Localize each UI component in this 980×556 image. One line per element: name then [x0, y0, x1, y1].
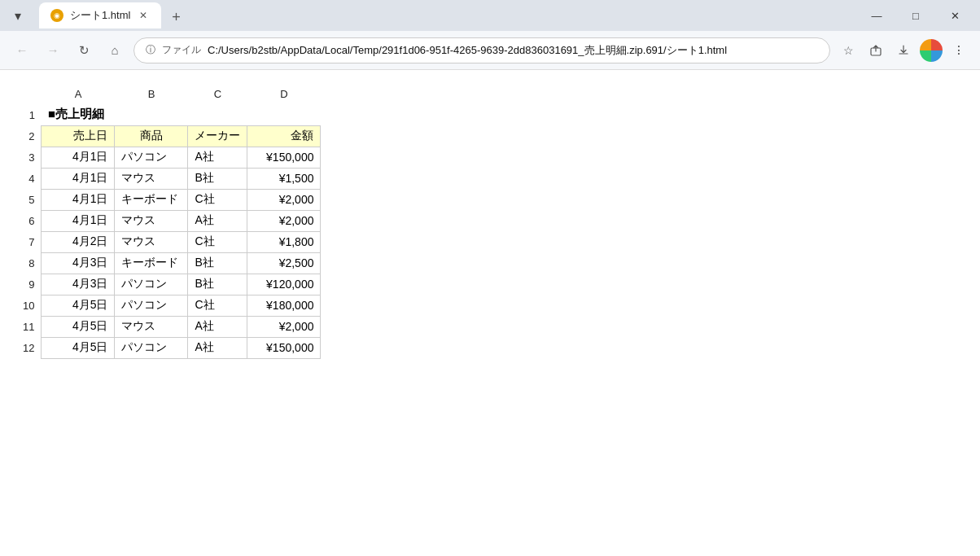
tab-bar: ◉ シート1.html ✕ + — [39, 2, 851, 28]
sheet-table: A B C D 1 ■売上明細 2 売上日 商品 メーカー 金額 — [16, 83, 321, 359]
row-num: 12 — [16, 337, 42, 358]
cell-product: キーボード — [115, 252, 188, 274]
new-tab-button[interactable]: + — [164, 6, 187, 28]
row-num: 4 — [16, 168, 42, 189]
table-row: 54月1日キーボードC社¥2,000 — [16, 189, 321, 210]
cell-date: 4月1日 — [42, 189, 115, 210]
header-maker: メーカー — [188, 125, 247, 147]
cell-amount: ¥150,000 — [247, 337, 321, 358]
menu-button[interactable]: ︙ — [947, 39, 970, 62]
cell-maker: C社 — [188, 189, 247, 210]
row-2: 2 売上日 商品 メーカー 金額 — [16, 125, 321, 147]
row-num: 7 — [16, 231, 42, 252]
row-num: 3 — [16, 147, 42, 168]
cell-date: 4月5日 — [42, 316, 115, 337]
cell-amount: ¥120,000 — [247, 274, 321, 295]
cell-date: 4月3日 — [42, 274, 115, 295]
back-button[interactable]: ← — [10, 38, 34, 63]
table-row: 94月3日パソコンB社¥120,000 — [16, 274, 321, 295]
home-button[interactable]: ⌂ — [103, 38, 127, 63]
col-d-header: D — [247, 83, 321, 104]
row-num: 9 — [16, 274, 42, 295]
cell-maker: B社 — [188, 252, 247, 274]
cell-maker: C社 — [188, 231, 247, 252]
row-1-num: 1 — [16, 104, 42, 125]
cell-amount: ¥1,800 — [247, 231, 321, 252]
col-header-row: A B C D — [16, 83, 321, 104]
cell-amount: ¥2,500 — [247, 252, 321, 274]
table-row: 64月1日マウスA社¥2,000 — [16, 210, 321, 231]
browser-menu-button[interactable]: ▾ — [7, 4, 29, 27]
address-bar: ← → ↻ ⌂ ⓘ ファイル C:/Users/b2stb/AppData/Lo… — [0, 31, 980, 70]
cell-maker: A社 — [188, 316, 247, 337]
cell-date: 4月5日 — [42, 295, 115, 316]
share-button[interactable] — [864, 39, 887, 62]
title-bar: ▾ ◉ シート1.html ✕ + — □ ✕ — [0, 0, 980, 31]
download-button[interactable] — [892, 39, 915, 62]
cell-product: パソコン — [115, 147, 188, 168]
page-content: A B C D 1 ■売上明細 2 売上日 商品 メーカー 金額 — [0, 70, 980, 556]
cell-product: パソコン — [115, 274, 188, 295]
active-tab[interactable]: ◉ シート1.html ✕ — [39, 2, 161, 28]
maximize-button[interactable]: □ — [897, 2, 934, 28]
table-row: 114月5日マウスA社¥2,000 — [16, 316, 321, 337]
cell-date: 4月2日 — [42, 231, 115, 252]
row-num: 5 — [16, 189, 42, 210]
table-row: 124月5日パソコンA社¥150,000 — [16, 337, 321, 358]
table-row: 84月3日キーボードB社¥2,500 — [16, 252, 321, 274]
col-b-header: B — [115, 83, 188, 104]
cell-maker: A社 — [188, 147, 247, 168]
cell-amount: ¥1,500 — [247, 168, 321, 189]
cell-product: パソコン — [115, 337, 188, 358]
header-date: 売上日 — [42, 125, 115, 147]
cell-date: 4月3日 — [42, 252, 115, 274]
cell-amount: ¥2,000 — [247, 189, 321, 210]
row-num: 6 — [16, 210, 42, 231]
col-header-spacer — [16, 83, 42, 104]
cell-maker: B社 — [188, 168, 247, 189]
spreadsheet: A B C D 1 ■売上明細 2 売上日 商品 メーカー 金額 — [16, 83, 964, 359]
cell-product: マウス — [115, 231, 188, 252]
cell-date: 4月1日 — [42, 147, 115, 168]
cell-amount: ¥2,000 — [247, 210, 321, 231]
profile-avatar[interactable] — [920, 39, 943, 62]
tab-title: シート1.html — [70, 8, 130, 23]
minimize-button[interactable]: — — [858, 2, 895, 28]
cell-date: 4月1日 — [42, 210, 115, 231]
row-num: 10 — [16, 295, 42, 316]
row-1: 1 ■売上明細 — [16, 104, 321, 125]
cell-maker: B社 — [188, 274, 247, 295]
table-row: 104月5日パソコンC社¥180,000 — [16, 295, 321, 316]
cell-maker: C社 — [188, 295, 247, 316]
cell-date: 4月5日 — [42, 337, 115, 358]
cell-product: マウス — [115, 168, 188, 189]
row-num: 11 — [16, 316, 42, 337]
tab-favicon: ◉ — [50, 9, 63, 22]
forward-button[interactable]: → — [41, 38, 65, 63]
header-amount: 金額 — [247, 125, 321, 147]
table-row: 44月1日マウスB社¥1,500 — [16, 168, 321, 189]
title-bar-left: ▾ — [7, 4, 29, 27]
info-icon: ⓘ — [146, 43, 155, 57]
tab-close-button[interactable]: ✕ — [137, 9, 150, 22]
table-row: 74月2日マウスC社¥1,800 — [16, 231, 321, 252]
cell-product: マウス — [115, 316, 188, 337]
address-field[interactable]: ⓘ ファイル C:/Users/b2stb/AppData/Local/Temp… — [133, 37, 830, 63]
address-actions: ☆ ︙ — [837, 39, 970, 62]
close-button[interactable]: ✕ — [936, 2, 973, 28]
bookmark-button[interactable]: ☆ — [837, 39, 860, 62]
cell-amount: ¥150,000 — [247, 147, 321, 168]
refresh-button[interactable]: ↻ — [72, 38, 96, 63]
cell-date: 4月1日 — [42, 168, 115, 189]
table-row: 34月1日パソコンA社¥150,000 — [16, 147, 321, 168]
cell-amount: ¥180,000 — [247, 295, 321, 316]
cell-product: キーボード — [115, 189, 188, 210]
url-text: C:/Users/b2stb/AppData/Local/Temp/291f1d… — [208, 43, 818, 58]
cell-maker: A社 — [188, 210, 247, 231]
title-bar-actions: — □ ✕ — [858, 2, 973, 28]
file-label: ファイル — [162, 43, 201, 57]
row-num: 8 — [16, 252, 42, 274]
cell-product: マウス — [115, 210, 188, 231]
col-a-header: A — [42, 83, 115, 104]
browser-window: ▾ ◉ シート1.html ✕ + — □ ✕ ← → ↻ ⌂ ⓘ ファイル C… — [0, 0, 980, 556]
